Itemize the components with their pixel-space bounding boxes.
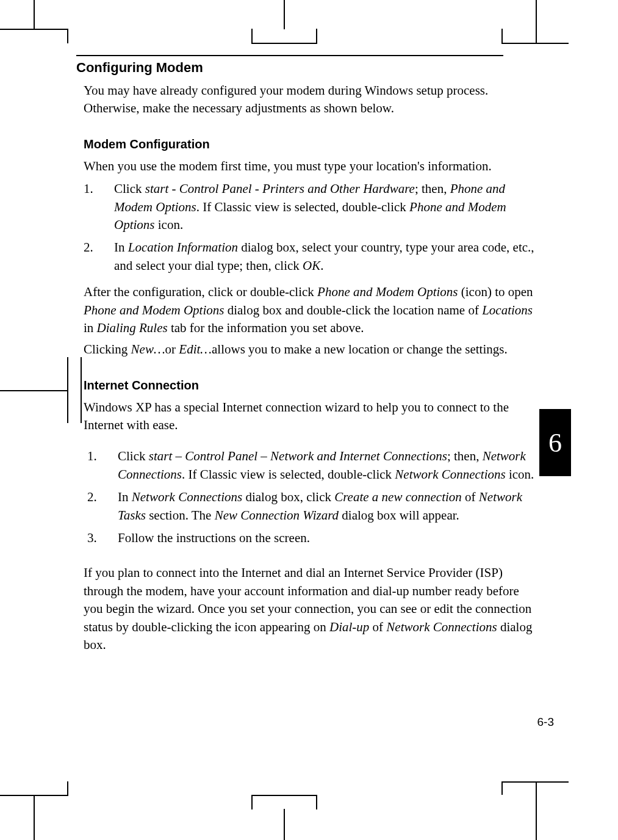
heading-modem-configuration: Modem Configuration <box>76 137 540 151</box>
crop-mark <box>251 29 253 43</box>
text: After the configuration, click or double… <box>84 284 317 299</box>
italic-text: start - Control Panel <box>145 181 252 196</box>
text: dialog box and double-click the location… <box>224 303 482 317</box>
text: Click <box>114 181 145 196</box>
crop-mark <box>34 0 35 29</box>
italic-text: Locations <box>482 303 533 317</box>
italic-text: Edit… <box>179 342 212 357</box>
text: section. The <box>146 508 215 523</box>
text: or <box>165 342 179 357</box>
text: allows you to make a new location or cha… <box>212 342 508 357</box>
internet-intro: Windows XP has a special Internet connec… <box>76 399 540 435</box>
list-number: 2. <box>84 239 114 275</box>
list-number: 3. <box>87 529 118 547</box>
italic-text: start – Control Panel – Network and Inte… <box>149 449 447 463</box>
crop-mark <box>67 29 68 43</box>
text: of <box>462 490 479 504</box>
list-item: 2. In Location Information dialog box, s… <box>84 239 540 275</box>
list-content: In Network Connections dialog box, click… <box>118 488 540 524</box>
text: in <box>84 320 97 335</box>
crop-mark <box>251 43 317 44</box>
page-content: Configuring Modem You may have already c… <box>76 55 540 656</box>
crop-mark <box>536 781 537 840</box>
text: - <box>252 181 263 196</box>
text: Clicking <box>84 342 131 357</box>
crop-mark <box>284 0 285 29</box>
text: icon. <box>506 467 534 482</box>
italic-text: Network Connections <box>132 490 242 504</box>
italic-text: Printers and Other Hardware <box>262 181 415 196</box>
text: icon. <box>155 217 184 232</box>
text: Click <box>118 449 149 463</box>
italic-text: New… <box>131 342 165 357</box>
text: . If Classic view is selected, double-cl… <box>182 467 395 482</box>
page-number: 6-3 <box>537 715 554 729</box>
text: dialog box will appear. <box>339 508 459 523</box>
heading-configuring-modem: Configuring Modem <box>76 60 540 76</box>
text: In <box>114 240 128 255</box>
modem-config-intro: When you use the modem first time, you m… <box>76 158 540 175</box>
crop-mark <box>34 795 35 840</box>
intro-text: You may have already configured your mod… <box>76 82 540 118</box>
text: In <box>118 490 132 504</box>
crop-mark <box>251 795 317 796</box>
italic-text: Dial-up <box>329 620 369 634</box>
list-content: Click start – Control Panel – Network an… <box>118 447 540 483</box>
list-content: Follow the instructions on the screen. <box>118 529 540 547</box>
divider <box>76 55 503 56</box>
text: of <box>369 620 386 634</box>
text: tab for the information you set above. <box>168 320 364 335</box>
italic-text: Location Information <box>128 240 238 255</box>
crop-mark <box>67 357 68 390</box>
heading-internet-connection: Internet Connection <box>76 378 540 393</box>
crop-mark <box>67 781 68 796</box>
italic-text: Phone and Modem Options <box>317 284 458 299</box>
crop-mark <box>501 43 569 44</box>
crop-mark <box>536 0 537 43</box>
crop-mark <box>284 809 285 840</box>
crop-mark <box>501 29 503 43</box>
list-number: 2. <box>87 488 118 524</box>
crop-mark <box>316 29 317 43</box>
italic-text: OK <box>303 258 320 273</box>
list-item: 2. In Network Connections dialog box, cl… <box>87 488 540 524</box>
body-paragraph: After the configuration, click or double… <box>76 283 540 337</box>
italic-text: Network Connections <box>386 620 497 634</box>
italic-text: Create a new connection <box>334 490 462 504</box>
text: ; then, <box>415 181 450 196</box>
text: . <box>320 258 323 273</box>
crop-mark <box>67 390 68 423</box>
chapter-tab: 6 <box>539 409 571 476</box>
list-number: 1. <box>87 447 118 483</box>
text: . If Classic view is selected, double-cl… <box>196 200 409 214</box>
italic-text: Network Connections <box>395 467 505 482</box>
italic-text: New Connection Wizard <box>215 508 339 523</box>
internet-connection-list: 1. Click start – Control Panel – Network… <box>76 447 540 547</box>
list-item: 1. Click start – Control Panel – Network… <box>87 447 540 483</box>
list-content: Click start - Control Panel - Printers a… <box>114 180 540 234</box>
text: (icon) to open <box>458 284 533 299</box>
list-content: In Location Information dialog box, sele… <box>114 239 540 275</box>
crop-mark <box>251 795 253 809</box>
text: dialog box, click <box>242 490 334 504</box>
list-item: 1. Click start - Control Panel - Printer… <box>84 180 540 234</box>
crop-mark <box>501 781 503 795</box>
modem-config-list: 1. Click start - Control Panel - Printer… <box>76 180 540 275</box>
crop-mark <box>0 390 67 391</box>
text: ; then, <box>447 449 483 463</box>
list-number: 1. <box>84 180 114 234</box>
list-item: 3. Follow the instructions on the screen… <box>87 529 540 547</box>
italic-text: Dialing Rules <box>97 320 168 335</box>
crop-mark <box>501 781 569 783</box>
body-paragraph: If you plan to connect into the Internet… <box>76 564 540 654</box>
italic-text: Phone and Modem Options <box>84 303 224 317</box>
crop-mark <box>316 795 317 809</box>
body-paragraph: Clicking New…or Edit…allows you to make … <box>76 341 540 358</box>
